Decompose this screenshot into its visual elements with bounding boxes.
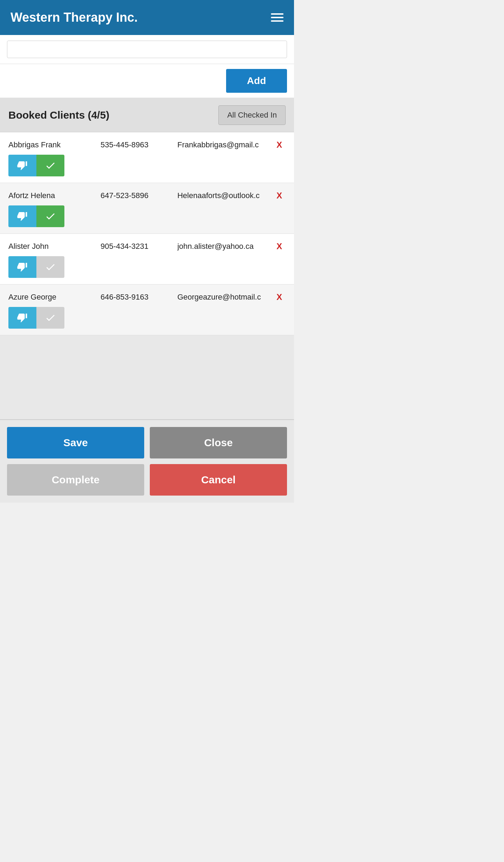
bottom-actions: Save Close Complete Cancel (0, 419, 294, 503)
client-actions (8, 205, 286, 227)
client-list: Abbrigas Frank535-445-8963Frankabbrigas@… (0, 132, 294, 335)
complete-button[interactable]: Complete (7, 464, 144, 496)
add-button-area: Add (0, 64, 294, 98)
table-row: Azure George646-853-9163Georgeazure@hotm… (0, 285, 294, 335)
client-actions (8, 256, 286, 278)
client-phone: 535-445-8963 (100, 140, 177, 149)
thumb-down-button[interactable] (8, 256, 36, 278)
table-row: Alister John905-434-3231john.alister@yah… (0, 234, 294, 285)
client-email: john.alister@yahoo.ca (177, 242, 270, 251)
client-actions (8, 307, 286, 329)
client-actions (8, 155, 286, 176)
spacer (0, 335, 294, 419)
client-email: Helenaaforts@outlook.c (177, 191, 270, 200)
check-in-button[interactable] (36, 205, 64, 227)
app-header: Western Therapy Inc. (0, 0, 294, 35)
check-in-button[interactable] (36, 155, 64, 176)
check-in-button[interactable] (36, 256, 64, 278)
client-email: Georgeazure@hotmail.c (177, 293, 270, 302)
remove-client-button[interactable]: X (273, 291, 286, 303)
app-title: Western Therapy Inc. (10, 10, 138, 25)
client-name: Alister John (8, 242, 100, 251)
client-info: Abbrigas Frank535-445-8963Frankabbrigas@… (8, 139, 286, 151)
all-checked-in-button[interactable]: All Checked In (218, 105, 286, 125)
client-name: Azure George (8, 293, 100, 302)
close-button[interactable]: Close (150, 427, 287, 458)
add-button[interactable]: Add (226, 69, 287, 93)
client-name: Afortz Helena (8, 191, 100, 200)
table-row: Afortz Helena647-523-5896Helenaaforts@ou… (0, 183, 294, 234)
booked-clients-title: Booked Clients (4/5) (8, 109, 109, 121)
client-phone: 905-434-3231 (100, 242, 177, 251)
save-button[interactable]: Save (7, 427, 144, 458)
action-row-2: Complete Cancel (7, 464, 287, 496)
check-in-button[interactable] (36, 307, 64, 329)
action-row-1: Save Close (7, 427, 287, 458)
remove-client-button[interactable]: X (273, 189, 286, 202)
thumb-down-button[interactable] (8, 155, 36, 176)
client-name: Abbrigas Frank (8, 140, 100, 149)
client-phone: 647-523-5896 (100, 191, 177, 200)
thumb-down-button[interactable] (8, 205, 36, 227)
client-phone: 646-853-9163 (100, 293, 177, 302)
remove-client-button[interactable]: X (273, 240, 286, 253)
client-email: Frankabbrigas@gmail.c (177, 140, 270, 149)
remove-client-button[interactable]: X (273, 139, 286, 151)
search-area (0, 35, 294, 64)
search-input[interactable] (7, 41, 287, 58)
client-info: Azure George646-853-9163Georgeazure@hotm… (8, 291, 286, 303)
table-row: Abbrigas Frank535-445-8963Frankabbrigas@… (0, 132, 294, 183)
client-info: Afortz Helena647-523-5896Helenaaforts@ou… (8, 189, 286, 202)
thumb-down-button[interactable] (8, 307, 36, 329)
booked-clients-header: Booked Clients (4/5) All Checked In (0, 98, 294, 132)
client-info: Alister John905-434-3231john.alister@yah… (8, 240, 286, 253)
hamburger-menu-button[interactable] (271, 13, 284, 22)
cancel-button[interactable]: Cancel (150, 464, 287, 496)
